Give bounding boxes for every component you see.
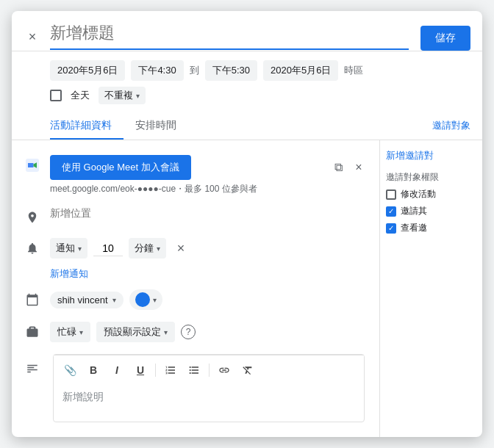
- notification-controls: 通知 ▾ 分鐘 ▾ ×: [50, 238, 368, 259]
- permission-modify-label: 修改活動: [401, 188, 436, 200]
- location-input[interactable]: [50, 207, 368, 219]
- meet-icon: [24, 156, 41, 174]
- close-meet-icon[interactable]: ×: [350, 159, 368, 176]
- notification-unit-label: 分鐘: [135, 242, 154, 255]
- sidebar: 新增邀請對 邀請對象權限 修改活動 ✓ 邀請其 ✓ 查看邀: [379, 140, 482, 437]
- toolbar-divider-1: [155, 364, 156, 377]
- copy-icon[interactable]: ⧉: [329, 159, 347, 176]
- description-icon: [24, 360, 41, 377]
- notification-value-input[interactable]: [93, 241, 123, 256]
- bell-icon: [24, 239, 41, 257]
- status-content: 忙碌 ▾ 預設顯示設定 ▾ ?: [50, 322, 368, 342]
- busy-chevron-icon: ▾: [79, 328, 83, 336]
- visibility-select[interactable]: 預設顯示設定 ▾: [96, 322, 175, 342]
- briefcase-icon: [24, 323, 41, 341]
- main-column: 使用 Google Meet 加入會議 ⧉ × meet.google.com/…: [12, 140, 379, 437]
- permission-view-label: 查看邀: [401, 222, 427, 234]
- calendar-row: shih vincent ▾ ▾: [12, 283, 379, 316]
- meet-header: 使用 Google Meet 加入會議 ⧉ ×: [50, 155, 368, 180]
- unordered-list-button[interactable]: [184, 360, 204, 380]
- bold-button[interactable]: B: [83, 360, 104, 380]
- notification-row: 通知 ▾ 分鐘 ▾ ×: [12, 232, 379, 264]
- date-separator: 到: [190, 64, 199, 77]
- status-row: 忙碌 ▾ 預設顯示設定 ▾ ?: [12, 316, 379, 348]
- tab-schedule[interactable]: 安排時間: [135, 113, 188, 140]
- location-icon: [24, 209, 41, 226]
- permission-invite-row: ✓ 邀請其: [386, 205, 476, 217]
- description-row: 📎 B I U: [12, 348, 379, 428]
- meet-action-icons: ⧉ ×: [329, 159, 368, 176]
- timezone-link[interactable]: 時區: [344, 64, 363, 77]
- meet-link: meet.google.com/eok-●●●●-cue・最多 100 位參與者: [50, 183, 368, 195]
- visibility-chevron-icon: ▾: [164, 328, 168, 336]
- permission-invite-label: 邀請其: [401, 205, 427, 217]
- notification-type-select[interactable]: 通知 ▾: [50, 238, 87, 259]
- status-controls: 忙碌 ▾ 預設顯示設定 ▾ ?: [50, 322, 368, 342]
- tab-event-details[interactable]: 活動詳細資料: [50, 113, 124, 140]
- add-guest-button[interactable]: 新增邀請對: [386, 149, 476, 162]
- permission-invite-checkbox[interactable]: ✓: [386, 206, 396, 217]
- link-button[interactable]: [214, 360, 235, 380]
- add-notification-link[interactable]: 新增通知: [12, 264, 379, 283]
- notification-unit-select[interactable]: 分鐘 ▾: [129, 238, 166, 259]
- toolbar-divider-2: [209, 364, 210, 377]
- notification-type-label: 通知: [56, 242, 75, 255]
- dialog-body: 使用 Google Meet 加入會議 ⧉ × meet.google.com/…: [12, 140, 482, 437]
- title-input[interactable]: [50, 24, 409, 50]
- repeat-chevron-icon: ▾: [136, 92, 140, 100]
- dialog-header: × 儲存: [12, 11, 482, 51]
- user-name: shih vincent: [57, 295, 108, 306]
- tabs-row: 活動詳細資料 安排時間 邀請對象: [12, 113, 482, 140]
- busy-label: 忙碌: [57, 325, 76, 339]
- permissions-title: 邀請對象權限: [386, 171, 476, 184]
- location-row: [12, 201, 379, 232]
- close-button[interactable]: ×: [24, 28, 41, 46]
- color-circle: [135, 292, 150, 307]
- permission-view-row: ✓ 查看邀: [386, 222, 476, 234]
- meet-row: 使用 Google Meet 加入會議 ⧉ × meet.google.com/…: [12, 149, 379, 201]
- help-icon[interactable]: ?: [181, 325, 196, 339]
- meet-join-button[interactable]: 使用 Google Meet 加入會議: [50, 155, 191, 180]
- start-time-chip[interactable]: 下午4:30: [131, 60, 183, 81]
- permission-view-checkbox[interactable]: ✓: [386, 223, 396, 234]
- notification-chevron-icon: ▾: [78, 245, 82, 253]
- ordered-list-button[interactable]: [160, 360, 181, 380]
- notification-content: 通知 ▾ 分鐘 ▾ ×: [50, 238, 368, 259]
- underline-button[interactable]: U: [130, 360, 151, 380]
- user-chevron-icon: ▾: [112, 296, 116, 304]
- invite-tab[interactable]: 邀請對象: [420, 113, 482, 140]
- checkmark-icon: ✓: [388, 208, 394, 215]
- allday-label: 全天: [71, 89, 90, 102]
- permission-modify-checkbox[interactable]: [386, 189, 396, 200]
- save-button[interactable]: 儲存: [420, 26, 470, 51]
- repeat-chip[interactable]: 不重複 ▾: [99, 87, 146, 104]
- visibility-label: 預設顯示設定: [104, 325, 161, 339]
- allday-checkbox[interactable]: [50, 90, 62, 101]
- attachment-button[interactable]: 📎: [60, 360, 80, 380]
- description-placeholder[interactable]: 新增說明: [54, 385, 364, 422]
- calendar-content: shih vincent ▾ ▾: [50, 289, 368, 310]
- description-content: 📎 B I U: [53, 354, 365, 422]
- notification-unit-chevron-icon: ▾: [157, 245, 160, 253]
- calendar-icon: [24, 291, 41, 308]
- start-date-chip[interactable]: 2020年5月6日: [50, 60, 125, 81]
- remove-format-button[interactable]: [237, 360, 258, 380]
- location-content: [50, 207, 368, 219]
- calendar-controls: shih vincent ▾ ▾: [50, 289, 368, 310]
- end-date-chip[interactable]: 2020年5月6日: [263, 60, 338, 81]
- busy-status-select[interactable]: 忙碌 ▾: [50, 322, 90, 342]
- permission-modify-row: 修改活動: [386, 188, 476, 200]
- remove-notification-icon[interactable]: ×: [172, 239, 190, 257]
- color-chip[interactable]: ▾: [129, 289, 162, 310]
- allday-row: 全天 不重複 ▾: [12, 81, 482, 110]
- color-chevron-icon: ▾: [153, 296, 157, 304]
- italic-button[interactable]: I: [107, 360, 127, 380]
- repeat-label: 不重複: [104, 89, 133, 102]
- meet-content: 使用 Google Meet 加入會議 ⧉ × meet.google.com/…: [50, 155, 368, 195]
- end-time-chip[interactable]: 下午5:30: [205, 60, 257, 81]
- event-dialog: × 儲存 2020年5月6日 下午4:30 到 下午5:30 2020年5月6日…: [12, 11, 482, 437]
- description-toolbar: 📎 B I U: [54, 355, 364, 385]
- checkmark-icon-2: ✓: [388, 225, 394, 232]
- date-row: 2020年5月6日 下午4:30 到 下午5:30 2020年5月6日 時區: [12, 51, 482, 81]
- user-chip[interactable]: shih vincent ▾: [50, 292, 124, 308]
